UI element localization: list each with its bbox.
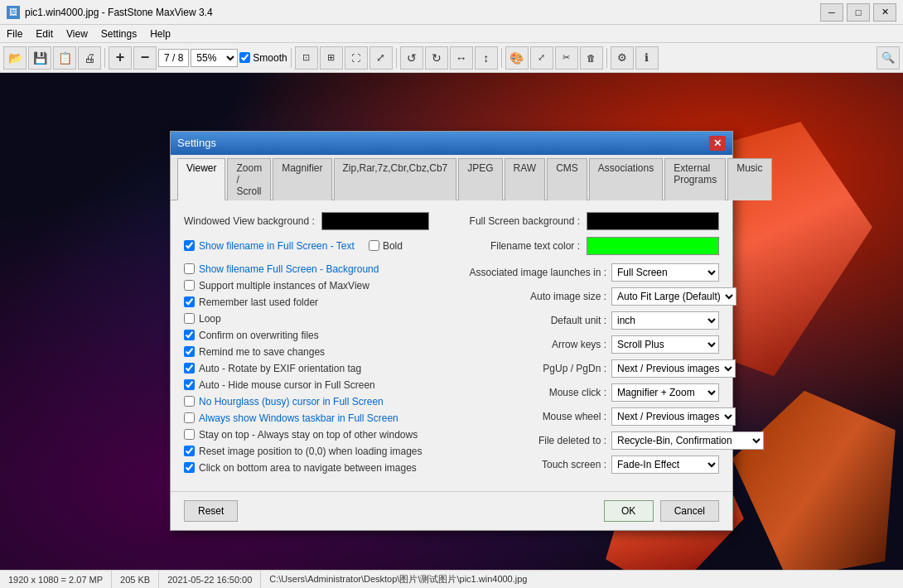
reset-position-checkbox[interactable] [184, 446, 195, 456]
bold-container: Bold [369, 240, 403, 252]
reset-position-row: Reset image position to (0,0) when loadi… [184, 446, 449, 457]
auto-hide-cursor-label[interactable]: Auto - Hide mouse cursor in Full Screen [199, 379, 375, 391]
multiple-instances-checkbox[interactable] [184, 280, 195, 291]
menu-settings[interactable]: Settings [94, 27, 143, 41]
zoom-out-button[interactable]: − [133, 46, 157, 70]
always-taskbar-checkbox[interactable] [184, 412, 195, 423]
ok-button[interactable]: OK [604, 500, 654, 522]
smooth-checkbox[interactable] [239, 52, 250, 63]
menu-file[interactable]: File [0, 27, 29, 41]
multiple-instances-label[interactable]: Support multiple instances of MaxView [199, 280, 369, 292]
menu-view[interactable]: View [60, 27, 94, 41]
flip-h-button[interactable]: ↔ [450, 46, 473, 70]
multiple-instances-row: Support multiple instances of MaxView [184, 280, 449, 292]
auto-rotate-label[interactable]: Auto - Rotate by EXIF orientation tag [199, 363, 361, 374]
rotate-ccw-button[interactable]: ↺ [400, 46, 423, 70]
remember-folder-row: Remember last used folder [184, 296, 449, 308]
toolbar: 📂 💾 📋 🖨 + − 7 / 8 55%25%50%75%100% Smoot… [0, 43, 903, 73]
arrow-keys-select[interactable]: Scroll Plus Scroll Switch Image [611, 335, 719, 354]
tab-zoom-scroll[interactable]: Zoom / Scroll [227, 158, 271, 200]
pgup-pgdn-row: PgUp / PgDn : Next / Previous images Scr… [457, 359, 719, 378]
tab-raw[interactable]: RAW [505, 158, 546, 200]
loop-label[interactable]: Loop [199, 313, 221, 325]
auto-image-size-select[interactable]: Auto Fit Large (Default) Auto Fit Actual… [611, 287, 736, 306]
tab-associations[interactable]: Associations [589, 158, 663, 200]
always-taskbar-label[interactable]: Always show Windows taskbar in Full Scre… [199, 412, 398, 424]
touch-screen-select[interactable]: Fade-In Effect None [611, 455, 719, 474]
stretch-button[interactable]: ⛶ [345, 46, 368, 70]
reset-position-label[interactable]: Reset image position to (0,0) when loadi… [199, 446, 422, 457]
click-bottom-label[interactable]: Click on bottom area to navigate between… [199, 462, 417, 474]
remind-save-label[interactable]: Remind me to save changes [199, 346, 325, 358]
menu-edit[interactable]: Edit [29, 27, 60, 41]
info-button[interactable]: ℹ [635, 46, 659, 70]
auto-rotate-checkbox[interactable] [184, 363, 195, 374]
reset-button[interactable]: Reset [184, 500, 238, 522]
close-button[interactable]: ✕ [873, 3, 896, 22]
default-unit-select[interactable]: inch cm pixel [611, 311, 719, 330]
cancel-button[interactable]: Cancel [660, 500, 719, 522]
remind-save-checkbox[interactable] [184, 346, 195, 357]
tab-zip[interactable]: Zip,Rar,7z,Cbr,Cbz,Cb7 [334, 158, 457, 200]
zoom-in-button[interactable]: + [109, 46, 132, 70]
print-button[interactable]: 🖨 [78, 46, 101, 70]
stay-on-top-checkbox[interactable] [184, 429, 195, 440]
remember-folder-checkbox[interactable] [184, 296, 195, 307]
fullscreen-bg-swatch[interactable] [587, 212, 719, 230]
mouse-wheel-select[interactable]: Next / Previous images Zoom Scroll [611, 407, 736, 426]
flip-v-button[interactable]: ↕ [475, 46, 498, 70]
tab-jpeg[interactable]: JPEG [458, 158, 502, 200]
app-icon: 🖼 [7, 6, 20, 19]
zoom-select[interactable]: 55%25%50%75%100% [191, 49, 238, 67]
show-bg-row: Show filename Full Screen - Background [184, 263, 449, 275]
tab-music[interactable]: Music [727, 158, 771, 200]
show-bg-checkbox[interactable] [184, 263, 195, 274]
right-panel: Associated image launches in : Full Scre… [457, 263, 719, 480]
tab-magnifier[interactable]: Magnifier [273, 158, 331, 200]
delete-button[interactable]: 🗑 [580, 46, 603, 70]
associated-image-select[interactable]: Full Screen Windowed Last Used [611, 263, 719, 282]
bold-label[interactable]: Bold [383, 240, 403, 252]
bold-checkbox[interactable] [369, 240, 379, 251]
filename-text-color-swatch[interactable] [587, 237, 719, 255]
no-hourglass-label[interactable]: No Hourglass (busy) cursor in Full Scree… [199, 396, 384, 407]
remember-folder-label[interactable]: Remember last used folder [199, 296, 318, 308]
confirm-overwrite-checkbox[interactable] [184, 330, 195, 340]
fit-window-button[interactable]: ⊡ [295, 46, 318, 70]
copy-clipboard-button[interactable]: 📋 [53, 46, 76, 70]
open-button[interactable]: 📂 [3, 46, 27, 70]
click-bottom-checkbox[interactable] [184, 462, 195, 473]
menu-help[interactable]: Help [143, 27, 177, 41]
show-filename-checkbox[interactable] [184, 240, 195, 251]
actual-size-button[interactable]: ⊞ [320, 46, 343, 70]
minimize-button[interactable]: ─ [820, 3, 843, 22]
confirm-overwrite-label[interactable]: Confirm on overwriting files [199, 330, 319, 341]
status-bar: 1920 x 1080 = 2.07 MP 205 KB 2021-05-22 … [0, 570, 903, 588]
settings-toolbar-button[interactable]: ⚙ [611, 46, 634, 70]
dialog-close-button[interactable]: ✕ [709, 136, 726, 151]
tab-viewer[interactable]: Viewer [177, 158, 225, 200]
mouse-click-select[interactable]: Magnifier + Zoom Zoom In Next Image [611, 383, 719, 402]
show-filename-label[interactable]: Show filename in Full Screen - Text [199, 240, 355, 252]
pgup-pgdn-select[interactable]: Next / Previous images Scroll Page [611, 359, 736, 378]
magnifier-button[interactable]: 🔍 [876, 46, 900, 70]
tab-cms[interactable]: CMS [547, 158, 587, 200]
no-hourglass-checkbox[interactable] [184, 396, 195, 407]
auto-hide-cursor-checkbox[interactable] [184, 379, 195, 390]
auto-image-size-label: Auto image size : [457, 291, 606, 302]
crop-button[interactable]: ✂ [555, 46, 578, 70]
tab-external-programs[interactable]: External Programs [664, 158, 726, 200]
save-button[interactable]: 💾 [28, 46, 51, 70]
rotate-cw-button[interactable]: ↻ [425, 46, 448, 70]
color-enhance-button[interactable]: 🎨 [505, 46, 529, 70]
maximize-button[interactable]: □ [847, 3, 870, 22]
resize-button[interactable]: ⤢ [530, 46, 553, 70]
associated-image-row: Associated image launches in : Full Scre… [457, 263, 719, 282]
smooth-label: Smooth [253, 52, 287, 64]
fullscreen-button[interactable]: ⤢ [369, 46, 393, 70]
file-deleted-select[interactable]: Recycle-Bin, Confirmation Recycle-Bin, N… [611, 431, 764, 450]
windowed-bg-swatch[interactable] [321, 212, 429, 230]
show-bg-label[interactable]: Show filename Full Screen - Background [199, 263, 379, 275]
stay-on-top-label[interactable]: Stay on top - Always stay on top of othe… [199, 429, 418, 441]
loop-checkbox[interactable] [184, 313, 195, 324]
